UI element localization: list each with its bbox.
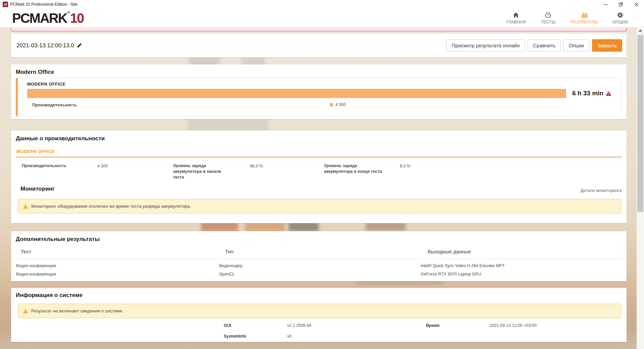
- field-value-systeminfo: v0: [287, 334, 291, 339]
- nav-item-home[interactable]: ГЛАВНАЯ: [506, 12, 526, 24]
- field-label-time: Время: [426, 323, 439, 328]
- background-photo-detail: [366, 222, 406, 231]
- warning-icon: [606, 91, 611, 96]
- minimize-button[interactable]: [598, 0, 613, 9]
- scroll-up-icon: [639, 30, 642, 32]
- modern-office-card: MODERN OFFICE 6 h 33 min Производительно…: [16, 78, 622, 116]
- performance-data-section: Данные о производительности MODERN OFFIC…: [11, 131, 627, 223]
- result-header-card: 2021-03-13 12:00:13.0 Просмотр результат…: [11, 34, 627, 57]
- close-button[interactable]: [629, 0, 644, 9]
- cell-test: Видео-конференция: [16, 263, 56, 268]
- column-header-test: Тест: [21, 249, 31, 254]
- monitoring-warning-text: Мониторинг оборудования отключен во врем…: [31, 204, 191, 209]
- app-icon: 10: [3, 2, 8, 7]
- field-label-systeminfo: SystemInfo: [224, 334, 246, 339]
- cell-test: Видео-конференция: [16, 272, 56, 277]
- metric-label: Производительность: [22, 163, 66, 169]
- cell-type: OpenCL: [219, 272, 235, 277]
- warning-icon: [23, 204, 28, 209]
- secondary-results-heading: Дополнительные результаты: [16, 236, 100, 243]
- minimize-icon: [604, 3, 607, 6]
- scrollbar-up-button[interactable]: [637, 28, 644, 34]
- edit-icon[interactable]: [77, 43, 82, 48]
- content-area: 2021-03-13 12:00:13.0 Просмотр результат…: [0, 28, 644, 349]
- toolbar-buttons: Просмотр результата онлайн Сравнить Опци…: [446, 39, 622, 52]
- cell-output: GeForce RTX 3070 Laptop GPU: [421, 272, 481, 277]
- close-result-button[interactable]: Закрыть: [592, 39, 622, 52]
- system-warning-text: Результат не включает сведения о системе…: [31, 308, 123, 313]
- restore-icon: [619, 2, 623, 6]
- cell-type: Видеокодер: [219, 263, 243, 268]
- field-value-gui: v2.1.2508 64: [287, 323, 311, 328]
- nav-item-options[interactable]: ОПЦИИ: [610, 12, 630, 24]
- table-divider: [219, 259, 420, 259]
- field-value-time: 2021-03-13 12:00 +03:00: [489, 323, 537, 328]
- vertical-scrollbar: [637, 28, 644, 349]
- metric-value: 4 300: [97, 164, 108, 168]
- legend-label: Производительность: [32, 103, 77, 107]
- view-result-online-button[interactable]: Просмотр результата онлайн: [446, 39, 525, 52]
- table-divider: [16, 259, 217, 259]
- scrolled-alert-remnant: [11, 28, 627, 31]
- table-divider: [422, 259, 622, 259]
- result-date-text: 2021-03-13 12:00:13.0: [16, 42, 74, 49]
- gear-icon: [616, 12, 624, 18]
- window-titlebar: 10 PCMark 10 Professional Edition - Site: [0, 0, 644, 9]
- benchmark-duration-value: 6 h 33 min: [572, 90, 611, 97]
- registered-mark: ®: [67, 11, 70, 14]
- window-title: PCMark 10 Professional Edition - Site: [10, 2, 77, 7]
- bar-chart-icon: [581, 12, 588, 18]
- system-info-heading: Информация о системе: [16, 292, 83, 299]
- close-icon: [635, 3, 638, 6]
- modern-office-section: Modern Office MODERN OFFICE 6 h 33 min П…: [11, 64, 627, 119]
- secondary-results-section: Дополнительные результаты Тест Тип Выход…: [11, 231, 627, 281]
- legend-value-group: 4 300: [330, 102, 346, 107]
- monitoring-details-link[interactable]: Детали мониторинга: [580, 188, 622, 193]
- monitoring-heading: Мониторинг: [20, 186, 55, 192]
- metric-label: Уровень заряда аккумулятора в начале тес…: [173, 163, 230, 180]
- legend-swatch: [330, 103, 333, 106]
- column-header-type: Тип: [225, 249, 233, 254]
- modern-office-heading: Modern Office: [16, 69, 54, 76]
- options-button[interactable]: Опции: [564, 39, 589, 52]
- nav-label-home: ГЛАВНАЯ: [506, 20, 526, 24]
- warning-icon: [23, 309, 28, 313]
- metric-value: 98.0 %: [250, 164, 263, 168]
- legend-value: 4 300: [335, 102, 346, 107]
- restore-button[interactable]: [613, 0, 629, 9]
- nav-label-tests: ТЕСТЫ: [541, 20, 556, 24]
- home-icon: [512, 12, 520, 18]
- system-info-section: Информация о системе Результат не включа…: [11, 288, 627, 342]
- app-header: PCMARK®10 ГЛАВНАЯ ТЕСТЫ РЕЗУЛЬТАТЫ: [0, 9, 644, 28]
- modern-office-card-title: MODERN OFFICE: [27, 82, 65, 87]
- performance-data-heading: Данные о производительности: [16, 135, 105, 142]
- duration-text: 6 h 33 min: [572, 90, 603, 97]
- column-header-output: Выходные данные: [428, 249, 471, 254]
- benchmark-duration-bar: [27, 89, 566, 98]
- logo-number: 10: [70, 11, 84, 25]
- system-warning-box: Результат не включает сведения о системе…: [18, 304, 621, 318]
- cell-output: Intel® Quick Sync Video H.264 Encoder MF…: [421, 263, 505, 268]
- gauge-icon: [544, 12, 552, 18]
- performance-group-label: MODERN OFFICE: [16, 149, 55, 154]
- metric-value: 6.0 %: [400, 164, 411, 168]
- result-date: 2021-03-13 12:00:13.0: [16, 42, 82, 49]
- monitoring-warning-box: Мониторинг оборудования отключен во врем…: [18, 199, 621, 213]
- orange-divider: [16, 157, 622, 157]
- metric-label: Уровень заряда аккумулятора в конце тест…: [324, 163, 383, 174]
- main-nav: ГЛАВНАЯ ТЕСТЫ РЕЗУЛЬТАТЫ ОПЦИ: [506, 12, 630, 24]
- nav-item-tests[interactable]: ТЕСТЫ: [538, 12, 558, 24]
- compare-button[interactable]: Сравнить: [528, 39, 561, 52]
- nav-label-options: ОПЦИИ: [612, 20, 628, 24]
- logo-text: PCMARK: [12, 11, 67, 25]
- benchmark-bar-row: 6 h 33 min: [27, 89, 617, 98]
- pcmark-logo: PCMARK®10: [12, 11, 84, 25]
- scrollbar-thumb[interactable]: [637, 35, 643, 212]
- field-label-gui: GUI: [224, 323, 231, 328]
- nav-item-results[interactable]: РЕЗУЛЬТАТЫ: [571, 12, 598, 24]
- nav-label-results: РЕЗУЛЬТАТЫ: [571, 20, 598, 24]
